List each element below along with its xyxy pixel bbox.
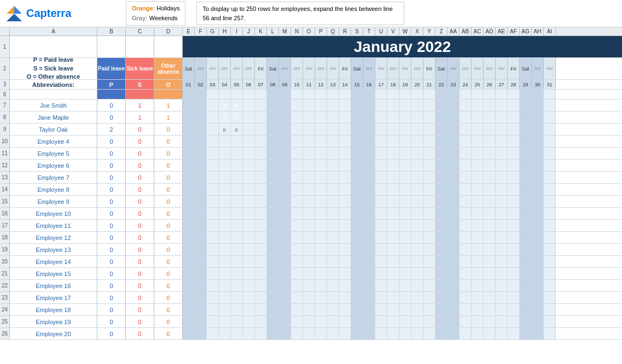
orange-value: Holidays (156, 5, 179, 11)
cal-col-letter-28: AF (508, 27, 520, 36)
cal-col-letter-20: X (411, 27, 423, 36)
emp-day-10-30 (532, 208, 544, 219)
emp-day-19-31 (544, 316, 556, 327)
employee-row-18: 24Employee 18000 (0, 304, 622, 316)
emp-day-1-4: s (219, 99, 231, 111)
row6-day-21 (423, 90, 435, 99)
row6-day-6 (243, 90, 255, 99)
emp-day-19-3 (207, 316, 219, 327)
emp-day-12-11 (303, 232, 315, 243)
emp-day-18-31 (544, 304, 556, 315)
day-num-6: 06 (243, 80, 255, 89)
emp-day-12-25 (472, 232, 484, 243)
emp-day-15-17 (375, 268, 387, 279)
row6-day-26 (484, 90, 496, 99)
emp-day-4-15 (351, 136, 363, 147)
employee-sick-14: 0 (126, 256, 154, 267)
cal-col-letter-14: R (339, 27, 351, 36)
emp-day-3-11 (303, 124, 315, 135)
emp-day-20-20 (411, 328, 423, 339)
row6-day-14 (339, 90, 351, 99)
emp-day-8-25 (472, 184, 484, 195)
emp-day-5-20 (411, 148, 423, 159)
emp-day-5-3 (207, 148, 219, 159)
emp-day-17-28 (508, 292, 520, 303)
emp-day-3-3 (207, 124, 219, 135)
emp-day-8-15 (351, 184, 363, 195)
emp-day-8-20 (411, 184, 423, 195)
cal-col-letter-4: H (219, 27, 231, 36)
emp-day-7-23 (447, 172, 460, 183)
emp-day-7-11 (303, 172, 315, 183)
emp-day-2-24 (460, 111, 472, 123)
emp-day-13-30 (532, 244, 544, 255)
emp-day-16-16 (363, 280, 375, 291)
emp-day-14-28 (508, 256, 520, 267)
cal-col-letter-19: W (399, 27, 411, 36)
emp-day-13-13 (327, 244, 339, 255)
emp-day-14-19 (399, 256, 411, 267)
emp-day-9-4 (219, 196, 231, 207)
emp-day-10-11 (303, 208, 315, 219)
emp-day-9-8 (267, 196, 279, 207)
emp-day-20-30 (532, 328, 544, 339)
emp-day-4-23 (447, 136, 460, 147)
emp-day-5-19 (399, 148, 411, 159)
emp-day-15-21 (423, 268, 435, 279)
employee-other-11: 0 (154, 220, 183, 231)
sheet-container: A B C D EFGHIJKLMNOPQRSTUVWXYZAAABACADAE… (0, 27, 622, 364)
emp-day-9-9 (279, 196, 291, 207)
emp-day-11-7 (255, 220, 267, 231)
emp-day-13-31 (544, 244, 556, 255)
emp-day-3-19 (399, 124, 411, 135)
emp-day-18-4 (219, 304, 231, 315)
day-num-27: 27 (496, 80, 508, 89)
emp-day-7-15 (351, 172, 363, 183)
emp-day-13-16 (363, 244, 375, 255)
emp-day-2-4: o (219, 111, 231, 123)
emp-day-20-25 (472, 328, 484, 339)
emp-day-3-30 (532, 124, 544, 135)
employee-sick-9: 0 (126, 196, 154, 207)
emp-day-3-8 (267, 124, 279, 135)
day-num-31: 31 (544, 80, 556, 89)
emp-day-8-8 (267, 184, 279, 195)
row6-day-8 (267, 90, 279, 99)
employee-other-10: 0 (154, 208, 183, 219)
emp-day-8-27 (496, 184, 508, 195)
emp-day-2-17 (375, 111, 387, 123)
emp-day-7-26 (484, 172, 496, 183)
emp-day-7-3 (207, 172, 219, 183)
emp-day-17-20 (411, 292, 423, 303)
emp-day-20-6 (243, 328, 255, 339)
emp-day-7-31 (544, 172, 556, 183)
employee-sick-1: 1 (126, 99, 154, 111)
day-num-9: 09 (279, 80, 291, 89)
emp-day-1-28 (508, 99, 520, 111)
emp-day-16-15 (351, 280, 363, 291)
emp-day-19-23 (447, 316, 460, 327)
emp-day-10-31 (544, 208, 556, 219)
emp-day-2-6 (243, 111, 255, 123)
emp-day-18-13 (327, 304, 339, 315)
emp-day-19-30 (532, 316, 544, 327)
emp-day-16-12 (315, 280, 327, 291)
emp-day-18-1 (183, 304, 195, 315)
day-num-12: 12 (315, 80, 327, 89)
emp-day-4-31 (544, 136, 556, 147)
col-b: B (97, 27, 126, 36)
row-num-10: 10 (0, 136, 10, 147)
employee-row-20: 26Employee 20000 (0, 328, 622, 340)
emp-day-16-28 (508, 280, 520, 291)
employee-name-12: Employee 12 (10, 232, 97, 243)
emp-day-15-15 (351, 268, 363, 279)
emp-day-4-26 (484, 136, 496, 147)
emp-day-12-21 (423, 232, 435, 243)
legend-box: Orange: Holidays Gray: Weekends (126, 1, 185, 26)
employee-paid-13: 0 (97, 244, 126, 255)
emp-day-14-18 (387, 256, 399, 267)
emp-day-7-29 (520, 172, 532, 183)
row-num-25: 25 (0, 316, 10, 327)
employee-calendar-11 (183, 220, 622, 231)
emp-day-9-27 (496, 196, 508, 207)
